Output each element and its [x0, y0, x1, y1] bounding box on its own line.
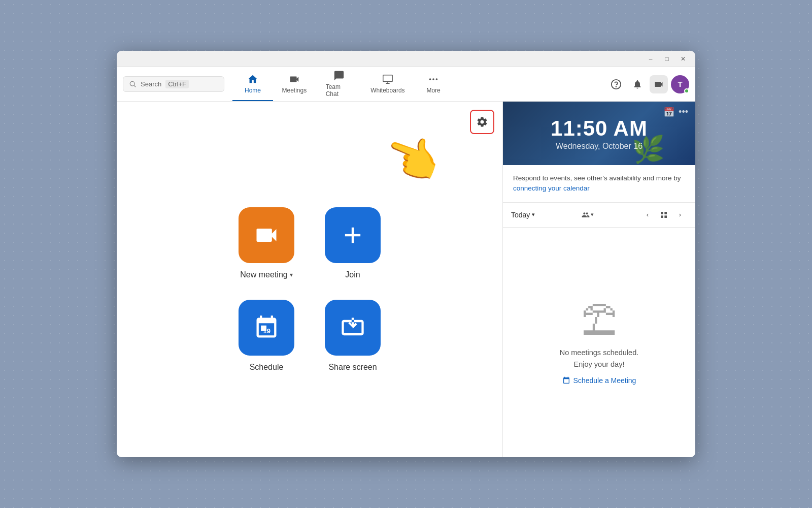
- no-meetings-title: No meetings scheduled.: [560, 347, 639, 359]
- app-window: – □ ✕ Search Ctrl+F Home: [117, 51, 695, 457]
- titlebar: – □ ✕: [117, 51, 695, 67]
- schedule-link-text: Schedule a Meeting: [573, 376, 636, 385]
- next-button[interactable]: ›: [673, 208, 687, 222]
- join-label: Join: [345, 270, 360, 279]
- today-label: Today: [511, 211, 530, 219]
- video-icon: [253, 222, 280, 248]
- new-meeting-button[interactable]: [239, 207, 294, 263]
- home-icon: [247, 74, 258, 85]
- camera-app-button[interactable]: [650, 75, 668, 93]
- help-button[interactable]: [607, 75, 625, 93]
- current-date: Wednesday, October 16: [556, 142, 642, 151]
- svg-rect-12: [664, 212, 667, 214]
- close-button[interactable]: ✕: [675, 53, 691, 65]
- svg-rect-11: [661, 212, 663, 214]
- no-meetings-text: No meetings scheduled. Enjoy your day!: [560, 347, 639, 370]
- connect-calendar-link[interactable]: connecting your calendar: [513, 184, 590, 192]
- svg-rect-14: [664, 215, 667, 218]
- calendar-controls: Today ▾ ▾ ‹: [503, 203, 695, 228]
- right-panel: 📅 ••• 🌿 11:50 AM Wednesday, October 16 R…: [502, 102, 695, 457]
- camera-icon: [654, 79, 664, 89]
- tab-whiteboards[interactable]: Whiteboards: [362, 67, 413, 101]
- banner-icons: 📅 •••: [663, 107, 688, 118]
- whiteboards-icon: [382, 74, 393, 85]
- help-icon: [611, 79, 622, 90]
- notifications-button[interactable]: [628, 75, 647, 93]
- avatar-initial: T: [678, 80, 682, 88]
- schedule-label: Schedule: [250, 363, 284, 372]
- calendar-banner: 📅 ••• 🌿 11:50 AM Wednesday, October 16: [503, 102, 695, 165]
- plus-icon: [340, 222, 366, 248]
- calendar-connect-section: Respond to events, see other's availabil…: [503, 165, 695, 203]
- search-label: Search: [141, 80, 161, 88]
- today-button[interactable]: Today ▾: [511, 211, 535, 219]
- share-screen-item[interactable]: Share screen: [325, 300, 381, 372]
- grid-view-button[interactable]: [657, 208, 671, 222]
- schedule-button[interactable]: 19: [239, 300, 294, 356]
- banner-more-icon[interactable]: •••: [679, 107, 688, 118]
- calendar-icon: 19: [253, 314, 280, 341]
- svg-point-0: [130, 81, 134, 86]
- search-icon: [129, 81, 137, 88]
- share-icon: [340, 314, 366, 341]
- svg-point-5: [429, 78, 431, 80]
- minimize-button[interactable]: –: [642, 53, 659, 65]
- svg-point-6: [432, 78, 434, 80]
- no-meetings-subtitle: Enjoy your day!: [560, 359, 639, 370]
- left-panel: 👉 New meeting ▾: [117, 102, 502, 457]
- share-screen-button[interactable]: [325, 300, 381, 356]
- settings-button-wrapper: [470, 110, 494, 134]
- meetings-icon: [289, 74, 300, 85]
- teamchat-icon: [333, 70, 345, 81]
- calendar-add-icon[interactable]: 📅: [663, 107, 674, 118]
- svg-point-9: [616, 86, 617, 87]
- pointing-hand-decoration: 👉: [377, 124, 449, 194]
- share-screen-label: Share screen: [328, 363, 377, 372]
- tab-home[interactable]: Home: [232, 67, 273, 101]
- svg-text:19: 19: [263, 327, 270, 335]
- tab-teamchat[interactable]: Team Chat: [316, 67, 362, 101]
- svg-rect-2: [383, 75, 392, 81]
- new-meeting-label: New meeting ▾: [240, 270, 292, 279]
- calendar-nav: ‹ ›: [640, 208, 687, 222]
- prev-button[interactable]: ‹: [640, 208, 655, 222]
- tab-whiteboards-label: Whiteboards: [370, 87, 404, 94]
- chevron-down-icon: ▾: [290, 271, 293, 278]
- grid-icon: [660, 211, 668, 219]
- search-box[interactable]: Search Ctrl+F: [123, 76, 224, 92]
- gear-icon: [476, 116, 488, 128]
- schedule-item[interactable]: 19 Schedule: [239, 300, 294, 372]
- maximize-button[interactable]: □: [659, 53, 675, 65]
- svg-line-1: [134, 85, 136, 87]
- schedule-meeting-link[interactable]: Schedule a Meeting: [562, 376, 636, 385]
- new-meeting-item[interactable]: New meeting ▾: [239, 207, 294, 279]
- umbrella-decoration: ⛱: [582, 300, 617, 341]
- join-item[interactable]: Join: [325, 207, 381, 279]
- calendar-link-icon: [562, 376, 570, 385]
- settings-button[interactable]: [470, 110, 494, 134]
- search-shortcut: Ctrl+F: [165, 80, 189, 88]
- filter-chevron: ▾: [591, 211, 594, 218]
- tab-more-label: More: [426, 87, 440, 94]
- bell-icon: [632, 79, 642, 89]
- svg-rect-13: [661, 215, 663, 218]
- join-button[interactable]: [325, 207, 381, 263]
- calendar-empty-state: ⛱ No meetings scheduled. Enjoy your day!…: [503, 228, 695, 458]
- people-filter-button[interactable]: ▾: [579, 209, 597, 220]
- chevron-down-icon: ▾: [532, 211, 535, 218]
- navbar: Search Ctrl+F Home Meetings: [117, 67, 695, 102]
- main-content: 👉 New meeting ▾: [117, 102, 695, 457]
- people-icon: [582, 211, 590, 219]
- tab-meetings[interactable]: Meetings: [273, 67, 316, 101]
- svg-point-7: [436, 78, 438, 80]
- tab-teamchat-label: Team Chat: [326, 83, 352, 98]
- action-grid: New meeting ▾ Join: [239, 207, 381, 372]
- connect-text: Respond to events, see other's availabil…: [513, 174, 681, 182]
- tab-home-label: Home: [245, 87, 261, 94]
- tab-more[interactable]: More: [413, 67, 454, 101]
- avatar[interactable]: T: [671, 75, 689, 93]
- nav-tabs: Home Meetings Team Chat: [232, 67, 454, 101]
- nav-actions: T: [607, 75, 689, 93]
- more-icon: [428, 74, 439, 85]
- tab-meetings-label: Meetings: [282, 87, 307, 94]
